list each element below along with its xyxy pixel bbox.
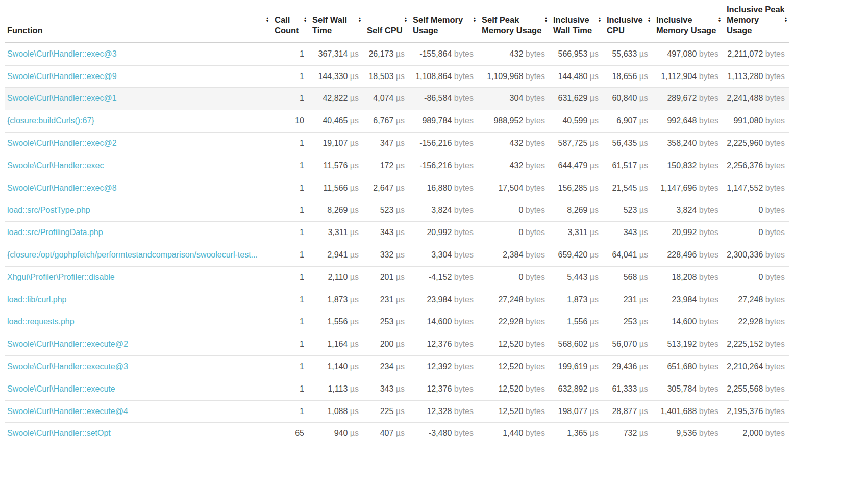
cell-unit: bytes (763, 228, 785, 237)
cell-value: 144,330 (318, 72, 348, 81)
cell-unit: bytes (452, 228, 474, 237)
self-cpu-cell: 332 µs (363, 244, 409, 267)
cell-unit: bytes (697, 116, 718, 125)
cell-unit: bytes (697, 384, 718, 393)
column-header-inclusive-cpu[interactable]: ▴▾ Inclusive CPU (603, 0, 652, 43)
column-header-self-peak-memory-usage[interactable]: ▴▾ Self Peak Memory Usage (478, 0, 549, 43)
cell-unit: bytes (763, 205, 785, 214)
cell-unit: µs (348, 429, 359, 437)
self-mem-cell: 23,984 bytes (409, 289, 478, 311)
sort-icon[interactable]: ▴▾ (304, 17, 306, 23)
table-row: load::src/ProfilingData.php13,311 µs343 … (5, 222, 789, 244)
function-link[interactable]: load::requests.php (7, 317, 75, 326)
cell-value: 432 (510, 49, 524, 58)
function-link[interactable]: Swoole\Curl\Handler::exec@8 (7, 184, 117, 192)
cell-unit: µs (637, 295, 648, 304)
column-header-function[interactable]: ▴▾ Function (5, 0, 270, 43)
function-link[interactable]: {closure:buildCurls():67} (7, 116, 94, 125)
cell-unit: µs (393, 94, 405, 102)
cell-unit: µs (587, 295, 599, 304)
cell-value: 2,300,336 (727, 250, 763, 259)
cell-value: 1 (300, 72, 304, 81)
function-link[interactable]: {closure:/opt/gophpfetch/performtestandc… (7, 250, 258, 259)
incl-cpu-cell: 60,840 µs (603, 88, 652, 110)
function-link[interactable]: load::src/ProfilingData.php (7, 228, 103, 237)
function-link[interactable]: load::lib/curl.php (7, 295, 67, 304)
cell-value: 1 (300, 362, 304, 371)
sort-icon[interactable]: ▴▾ (599, 17, 601, 23)
sort-icon[interactable]: ▴▾ (405, 17, 407, 23)
column-header-inclusive-wall-time[interactable]: ▴▾ Inclusive Wall Time (549, 0, 603, 43)
cell-unit: µs (637, 49, 648, 58)
cell-value: 18,656 (612, 72, 637, 81)
cell-unit: µs (637, 340, 648, 348)
cell-unit: bytes (697, 317, 718, 326)
cell-unit: µs (348, 407, 359, 416)
cell-value: 991,080 (733, 116, 763, 125)
function-link[interactable]: Swoole\Curl\Handler::execute (7, 384, 115, 393)
self-mem-cell: 3,824 bytes (409, 199, 478, 222)
incl-mem-cell: 651,680 bytes (652, 356, 723, 378)
column-header-self-wall-time[interactable]: ▴▾ Self Wall Time (308, 0, 363, 43)
column-label: Call Count (275, 15, 299, 35)
self-mem-cell: -156,216 bytes (409, 155, 478, 177)
cell-value: 1 (300, 317, 304, 326)
cell-unit: µs (587, 407, 599, 416)
function-link[interactable]: Swoole\Curl\Handler::execute@4 (7, 407, 128, 416)
cell-value: 1 (300, 161, 304, 170)
cell-unit: bytes (697, 139, 718, 147)
cell-unit: µs (637, 161, 648, 170)
cell-value: 1,112,904 (661, 72, 697, 81)
sort-icon[interactable]: ▴▾ (718, 17, 721, 23)
column-header-inclusive-memory-usage[interactable]: ▴▾ Inclusive Memory Usage (652, 0, 723, 43)
incl-mem-cell: 1,112,904 bytes (652, 65, 723, 88)
cell-value: 3,824 (431, 205, 452, 214)
cell-unit: bytes (523, 362, 545, 371)
cell-value: 2,256,376 (727, 161, 763, 170)
cell-unit: bytes (763, 407, 785, 416)
cell-unit: µs (587, 139, 599, 147)
function-cell: Swoole\Curl\Handler::setOpt (5, 423, 270, 445)
call-count-cell: 1 (270, 311, 308, 333)
incl-cpu-cell: 18,656 µs (603, 65, 652, 88)
self-wall-cell: 1,088 µs (308, 400, 363, 423)
function-link[interactable]: Swoole\Curl\Handler::execute@3 (7, 362, 128, 371)
sort-icon[interactable]: ▴▾ (785, 17, 787, 23)
cell-value: 1 (300, 184, 304, 192)
function-link[interactable]: Swoole\Curl\Handler::exec@1 (7, 94, 117, 102)
sort-icon[interactable]: ▴▾ (474, 17, 476, 23)
sort-icon[interactable]: ▴▾ (648, 17, 650, 23)
cell-unit: µs (587, 317, 599, 326)
sort-icon[interactable]: ▴▾ (359, 17, 361, 23)
function-link[interactable]: Swoole\Curl\Handler::exec@2 (7, 139, 117, 147)
function-link[interactable]: load::src/PostType.php (7, 205, 90, 214)
function-link[interactable]: Swoole\Curl\Handler::exec@9 (7, 72, 117, 81)
column-header-self-memory-usage[interactable]: ▴▾ Self Memory Usage (409, 0, 478, 43)
function-link[interactable]: Swoole\Curl\Handler::exec (7, 161, 104, 170)
cell-unit: bytes (452, 94, 474, 102)
column-header-call-count[interactable]: ▴▾ Call Count (270, 0, 308, 43)
cell-value: 568 (624, 273, 637, 281)
function-link[interactable]: Swoole\Curl\Handler::setOpt (7, 429, 111, 437)
sort-icon[interactable]: ▴▾ (545, 17, 547, 23)
self-wall-cell: 11,566 µs (308, 177, 363, 199)
function-link[interactable]: Xhgui\Profiler\Profiler::disable (7, 273, 115, 281)
cell-unit: µs (637, 273, 648, 281)
cell-unit: µs (393, 228, 405, 237)
column-header-self-cpu[interactable]: ▴▾ Self CPU (363, 0, 409, 43)
cell-unit: bytes (523, 384, 545, 393)
cell-unit: µs (348, 295, 359, 304)
cell-value: 4,074 (373, 94, 393, 102)
sort-icon[interactable]: ▴▾ (266, 17, 268, 23)
cell-unit: bytes (452, 184, 474, 192)
self-wall-cell: 2,941 µs (308, 244, 363, 267)
cell-unit: bytes (523, 317, 545, 326)
function-link[interactable]: Swoole\Curl\Handler::exec@3 (7, 49, 117, 58)
cell-unit: bytes (763, 116, 785, 125)
self-mem-cell: 12,392 bytes (409, 356, 478, 378)
cell-value: 2,110 (328, 273, 348, 281)
function-link[interactable]: Swoole\Curl\Handler::execute@2 (7, 340, 128, 348)
incl-wall-cell: 632,892 µs (549, 378, 603, 400)
column-header-inclusive-peak-memory-usage[interactable]: ▴▾ Inclusive Peak Memory Usage (723, 0, 789, 43)
incl-wall-cell: 5,443 µs (549, 266, 603, 289)
